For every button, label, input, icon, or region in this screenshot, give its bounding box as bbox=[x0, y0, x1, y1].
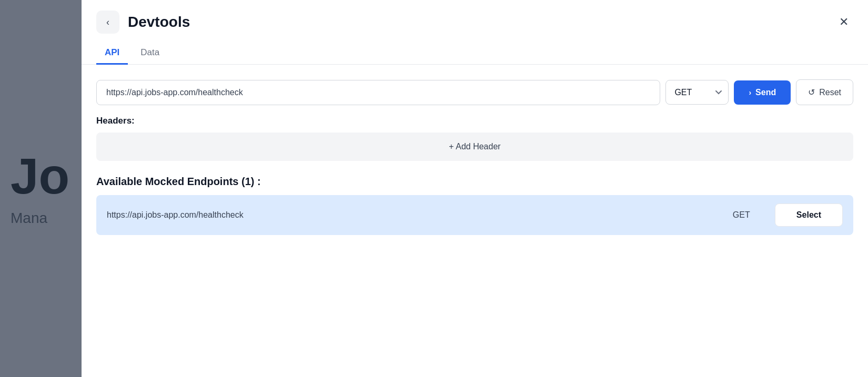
tabs-container: API Data bbox=[82, 42, 868, 65]
reset-button[interactable]: ↺ Reset bbox=[796, 79, 853, 105]
endpoint-method: GET bbox=[733, 210, 764, 220]
add-header-button[interactable]: + Add Header bbox=[96, 133, 853, 161]
headers-label: Headers: bbox=[96, 116, 853, 126]
chevron-right-icon: › bbox=[749, 88, 751, 97]
endpoints-title: Available Mocked Endpoints (1) : bbox=[96, 176, 853, 188]
endpoint-select-button[interactable]: Select bbox=[775, 203, 843, 227]
bg-large-text: Jo bbox=[11, 151, 69, 201]
background-panel: Jo Mana bbox=[0, 0, 82, 377]
send-label: Send bbox=[755, 88, 776, 97]
endpoint-url: https://api.jobs-app.com/healthcheck bbox=[107, 210, 722, 220]
tab-api[interactable]: API bbox=[96, 42, 128, 65]
header-left: ‹ Devtools bbox=[96, 11, 190, 34]
devtools-modal: ‹ Devtools ✕ API Data GET POST PUT DELET… bbox=[82, 0, 868, 377]
bg-small-text: Mana bbox=[11, 210, 47, 227]
url-input[interactable] bbox=[96, 80, 660, 105]
modal-body: GET POST PUT DELETE PATCH › Send ↺ Reset… bbox=[82, 65, 868, 377]
endpoint-row: https://api.jobs-app.com/healthcheck GET… bbox=[96, 195, 853, 235]
close-button[interactable]: ✕ bbox=[834, 13, 853, 32]
back-button[interactable]: ‹ bbox=[96, 11, 119, 34]
url-row: GET POST PUT DELETE PATCH › Send ↺ Reset bbox=[96, 79, 853, 105]
tab-data[interactable]: Data bbox=[132, 42, 168, 65]
reset-icon: ↺ bbox=[808, 87, 815, 97]
modal-title: Devtools bbox=[128, 14, 190, 30]
reset-label: Reset bbox=[819, 88, 841, 97]
method-select[interactable]: GET POST PUT DELETE PATCH bbox=[665, 80, 729, 105]
send-button[interactable]: › Send bbox=[734, 80, 791, 105]
modal-header: ‹ Devtools ✕ bbox=[82, 0, 868, 42]
